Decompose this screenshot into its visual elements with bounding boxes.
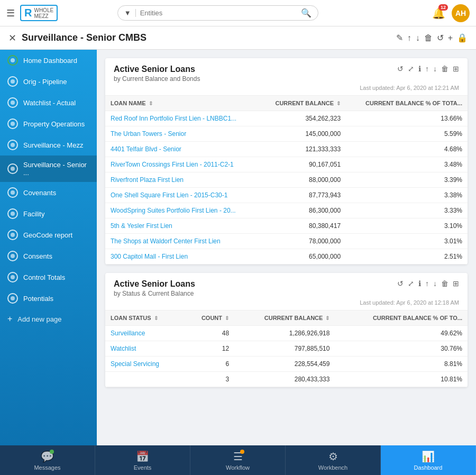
- w1-refresh-icon[interactable]: ↺: [397, 65, 404, 73]
- balance-cell: 121,333,333: [260, 142, 346, 157]
- w2-refresh-icon[interactable]: ↺: [397, 279, 404, 288]
- sidebar-item-covenants[interactable]: Covenants: [0, 182, 97, 203]
- sidebar-item-label: GeoCode report: [23, 231, 72, 239]
- svg-point-10: [11, 275, 15, 279]
- table-row: Riverfront Plaza First Lien88,000,0003.3…: [105, 172, 468, 188]
- w2-info-icon[interactable]: ℹ: [418, 279, 421, 288]
- sidebar-item-label: Potentials: [23, 295, 53, 303]
- col-header[interactable]: COUNT ⇕: [184, 310, 234, 326]
- col-header[interactable]: CURRENT BALANCE ⇕: [260, 96, 346, 111]
- w2-up-icon[interactable]: ↑: [425, 279, 429, 288]
- sidebar-item-potentials[interactable]: Potentials: [0, 288, 97, 309]
- delete-icon[interactable]: 🗑: [424, 33, 433, 43]
- w1-expand-icon[interactable]: ⤢: [408, 65, 414, 73]
- close-button[interactable]: ✕: [8, 32, 16, 44]
- sidebar-item-consents[interactable]: Consents: [0, 245, 97, 267]
- sidebar-item-control-totals[interactable]: Control Totals: [0, 267, 97, 288]
- sidebar-icon: [7, 140, 18, 150]
- bottom-nav-dashboard[interactable]: 📊Dashboard: [381, 445, 476, 475]
- sidebar-item-orig---pipeline[interactable]: Orig - Pipeline: [0, 71, 97, 92]
- bottom-nav-events[interactable]: 📅Events: [95, 445, 190, 475]
- widget-table-1: LOAN NAME ⇕CURRENT BALANCE ⇕CURRENT BALA…: [105, 95, 468, 264]
- loan-name-cell[interactable]: Riverfront Plaza First Lien: [105, 172, 260, 188]
- w1-info-icon[interactable]: ℹ: [418, 65, 421, 73]
- move-up-icon[interactable]: ↑: [407, 33, 411, 43]
- sidebar-item-surveillance---senio[interactable]: Surveillance - Senior ...: [0, 156, 97, 182]
- sidebar-icon: [7, 76, 18, 87]
- col-header[interactable]: CURRENT BALANCE ⇕: [234, 310, 335, 326]
- balance-cell: 88,000,000: [260, 172, 346, 188]
- loan-name-cell[interactable]: RiverTown Crossings First Lien - 2011-C2…: [105, 157, 260, 172]
- status-cell[interactable]: Special Servicing: [105, 357, 184, 372]
- dashboard-icon: 📊: [422, 450, 435, 463]
- add-new-page-button[interactable]: + Add new page: [0, 309, 97, 329]
- lock-icon[interactable]: 🔒: [457, 33, 468, 43]
- loan-name-cell[interactable]: 4401 Telfair Blvd - Senior: [105, 142, 260, 157]
- pct-cell: 49.62%: [335, 326, 468, 341]
- search-input[interactable]: [140, 9, 297, 17]
- status-cell[interactable]: Watchlist: [105, 341, 184, 357]
- table-row: 5th & Yesler First Lien80,380,4173.10%: [105, 218, 468, 234]
- status-cell[interactable]: Surveillance: [105, 326, 184, 341]
- avatar[interactable]: AH: [452, 4, 470, 22]
- search-dropdown[interactable]: ▼: [124, 9, 136, 17]
- sidebar-item-label: Consents: [23, 252, 52, 260]
- bottom-nav: 💬Messages📅Events☰Workflow⚙Workbench📊Dash…: [0, 445, 476, 475]
- bottom-nav-messages[interactable]: 💬Messages: [0, 445, 95, 475]
- svg-point-0: [11, 58, 15, 62]
- bottom-nav-label: Dashboard: [414, 464, 443, 471]
- pct-cell: 3.39%: [346, 172, 468, 188]
- status-dot: [240, 450, 244, 454]
- sidebar-item-home-dashboard[interactable]: Home Dashboard: [0, 50, 97, 71]
- sidebar-item-label: Facility: [23, 210, 44, 218]
- bottom-nav-workbench[interactable]: ⚙Workbench: [286, 445, 381, 475]
- sidebar-item-surveillance---mezz[interactable]: Surveillance - Mezz: [0, 134, 97, 156]
- loan-name-cell[interactable]: One Shell Square First Lien - 2015-C30-1: [105, 188, 260, 203]
- w1-grid-icon[interactable]: ⊞: [453, 65, 459, 73]
- loan-name-cell[interactable]: Red Roof Inn Portfolio First Lien - LNBB…: [105, 111, 260, 126]
- count-cell: 12: [184, 341, 234, 357]
- svg-point-2: [11, 101, 15, 105]
- loan-name-cell[interactable]: The Urban Towers - Senior: [105, 126, 260, 142]
- pct-cell: 3.10%: [346, 218, 468, 234]
- loan-name-cell[interactable]: WoodSpring Suites Portfolio First Lien -…: [105, 203, 260, 218]
- loan-name-cell[interactable]: The Shops at Waldorf Center First Lien: [105, 234, 260, 249]
- loan-name-cell[interactable]: 5th & Yesler First Lien: [105, 218, 260, 234]
- logo[interactable]: R WHOLE MEZZ: [20, 5, 58, 21]
- edit-icon[interactable]: ✎: [396, 33, 403, 43]
- balance-cell: 80,380,417: [260, 218, 346, 234]
- balance-cell: 280,433,333: [234, 372, 335, 387]
- hamburger-icon[interactable]: ☰: [6, 7, 15, 19]
- search-icon[interactable]: 🔍: [301, 8, 312, 18]
- sidebar-item-facility[interactable]: Facility: [0, 203, 97, 224]
- w2-expand-icon[interactable]: ⤢: [408, 279, 414, 288]
- bottom-nav-label: Workbench: [318, 464, 347, 471]
- table-row: Red Roof Inn Portfolio First Lien - LNBB…: [105, 111, 468, 126]
- refresh-icon[interactable]: ↺: [437, 33, 444, 43]
- w1-up-icon[interactable]: ↑: [425, 65, 429, 73]
- col-header[interactable]: LOAN NAME ⇕: [105, 96, 260, 111]
- workbench-icon: ⚙: [328, 450, 338, 463]
- add-icon[interactable]: +: [448, 33, 453, 43]
- notifications-button[interactable]: 🔔 12: [432, 7, 445, 20]
- w2-delete-icon[interactable]: 🗑: [441, 279, 448, 288]
- table-row: 3280,433,33310.81%: [105, 372, 468, 387]
- sidebar-item-label: Control Totals: [23, 273, 65, 281]
- w2-grid-icon[interactable]: ⊞: [453, 279, 459, 288]
- move-down-icon[interactable]: ↓: [416, 33, 420, 43]
- loan-name-cell[interactable]: 300 Capitol Mall - First Lien: [105, 249, 260, 264]
- w1-down-icon[interactable]: ↓: [433, 65, 437, 73]
- table-row: One Shell Square First Lien - 2015-C30-1…: [105, 188, 468, 203]
- sub-header-actions: ✎ ↑ ↓ 🗑 ↺ + 🔒: [396, 33, 468, 43]
- sidebar-item-geocode-report[interactable]: GeoCode report: [0, 224, 97, 245]
- w1-delete-icon[interactable]: 🗑: [441, 65, 448, 73]
- bottom-nav-workflow[interactable]: ☰Workflow: [190, 445, 286, 475]
- widget-active-loans-balance: Active Senior Loans by Current Balance a…: [105, 58, 468, 264]
- col-header[interactable]: LOAN STATUS ⇕: [105, 310, 184, 326]
- balance-cell: 1,286,926,918: [234, 326, 335, 341]
- sidebar-item-label: Surveillance - Senior ...: [23, 161, 89, 177]
- w2-down-icon[interactable]: ↓: [433, 279, 437, 288]
- sidebar-item-property-operations[interactable]: Property Operations: [0, 113, 97, 134]
- sidebar-item-watchlist---actual[interactable]: Watchlist - Actual: [0, 92, 97, 113]
- widget-subtitle-2: by Status & Current Balance: [114, 290, 195, 297]
